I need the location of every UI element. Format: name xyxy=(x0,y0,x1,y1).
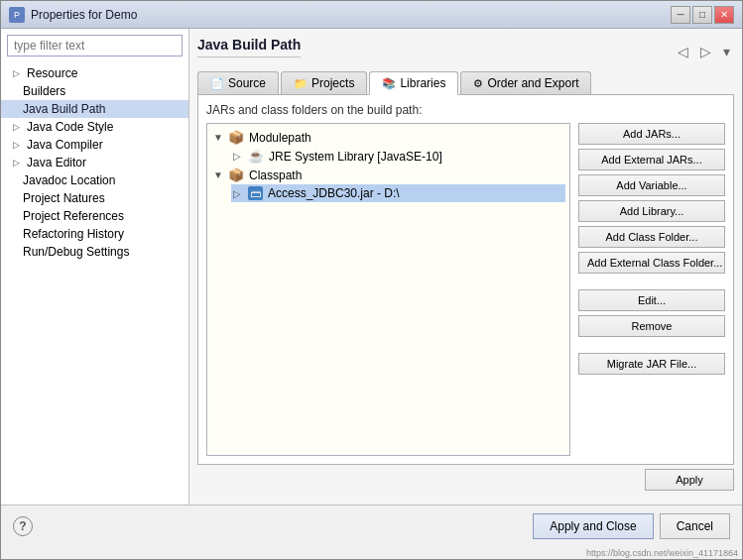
sidebar-item-label: Project References xyxy=(23,209,124,223)
window-icon: P xyxy=(9,7,25,23)
sidebar-item-run-debug-settings[interactable]: Run/Debug Settings xyxy=(1,243,188,261)
sidebar-item-label: Java Editor xyxy=(27,156,86,169)
tab-order-and-export[interactable]: ⚙ Order and Export xyxy=(460,71,591,94)
action-buttons-panel: Add JARs... Add External JARs... Add Var… xyxy=(578,123,725,456)
main-panel: Java Build Path ◁ ▷ ▾ 📄 Source 📁 Project… xyxy=(189,29,742,504)
add-jars-button[interactable]: Add JARs... xyxy=(578,123,725,145)
nav-back-button[interactable]: ◁ xyxy=(674,42,692,61)
sidebar-item-label: Java Code Style xyxy=(27,120,113,134)
expand-icon: ▷ xyxy=(13,158,23,168)
libraries-description: JARs and class folders on the build path… xyxy=(206,103,725,117)
tab-source-label: Source xyxy=(228,76,266,90)
nav-menu-button[interactable]: ▾ xyxy=(719,42,734,61)
sidebar-item-java-build-path[interactable]: Java Build Path xyxy=(1,100,188,118)
tab-libraries[interactable]: 📚 Libraries xyxy=(369,71,458,95)
classpath-tree[interactable]: ▼ 📦 Modulepath ▷ ☕ JRE System Library [J… xyxy=(206,123,570,456)
footer-buttons: Apply and Close Cancel xyxy=(533,513,730,539)
cancel-button[interactable]: Cancel xyxy=(660,513,730,539)
classpath-label: Classpath xyxy=(249,168,302,182)
libraries-tab-icon: 📚 xyxy=(382,77,396,90)
jre-icon: ☕ xyxy=(248,149,264,164)
close-button[interactable]: ✕ xyxy=(714,6,734,24)
modulepath-label: Modulepath xyxy=(249,131,311,145)
title-bar: P Properties for Demo ─ □ ✕ xyxy=(1,1,742,29)
sidebar-item-project-natures[interactable]: Project Natures xyxy=(1,189,188,207)
add-class-folder-button[interactable]: Add Class Folder... xyxy=(578,226,725,248)
sidebar-item-label: Project Natures xyxy=(23,191,105,205)
apply-row: Apply xyxy=(197,465,734,495)
sidebar-item-label: Java Compiler xyxy=(27,138,103,152)
main-header: Java Build Path ◁ ▷ ▾ xyxy=(197,37,734,65)
expand-icon: ▷ xyxy=(233,188,245,199)
sidebar-item-java-compiler[interactable]: ▷ Java Compiler xyxy=(1,136,188,154)
minimize-button[interactable]: ─ xyxy=(671,6,690,24)
sidebar-item-refactoring-history[interactable]: Refactoring History xyxy=(1,225,188,243)
expand-icon: ▼ xyxy=(213,169,225,180)
tabs-bar: 📄 Source 📁 Projects 📚 Libraries ⚙ Order … xyxy=(197,71,734,94)
tab-projects[interactable]: 📁 Projects xyxy=(281,71,367,94)
add-external-class-folder-button[interactable]: Add External Class Folder... xyxy=(578,252,725,274)
jre-library-item[interactable]: ▷ ☕ JRE System Library [JavaSE-10] xyxy=(231,147,565,166)
tab-inner: ▼ 📦 Modulepath ▷ ☕ JRE System Library [J… xyxy=(206,123,725,456)
dialog-footer: ? Apply and Close Cancel xyxy=(1,504,742,547)
sidebar-item-label: Resource xyxy=(27,66,77,80)
help-button[interactable]: ? xyxy=(13,516,33,536)
modulepath-icon: 📦 xyxy=(228,130,244,145)
modulepath-item[interactable]: ▼ 📦 Modulepath xyxy=(211,128,565,147)
apply-and-close-button[interactable]: Apply and Close xyxy=(533,513,653,539)
nav-forward-button[interactable]: ▷ xyxy=(696,42,715,61)
expand-icon: ▷ xyxy=(233,151,245,162)
sidebar-item-label: Run/Debug Settings xyxy=(23,245,129,259)
source-tab-icon: 📄 xyxy=(210,77,224,90)
order-tab-icon: ⚙ xyxy=(473,77,483,90)
footer-left: ? xyxy=(13,516,33,536)
sidebar-item-label: Javadoc Location xyxy=(23,173,115,187)
sidebar-tree: ▷ Resource Builders Java Build Path ▷ Ja… xyxy=(1,62,188,504)
jar-icon: 🗃 xyxy=(248,186,263,200)
sidebar-item-java-code-style[interactable]: ▷ Java Code Style xyxy=(1,118,188,136)
sidebar-item-label: Java Build Path xyxy=(23,102,105,116)
access-jdbc-label: Access_JDBC30.jar - D:\ xyxy=(268,186,400,200)
sidebar: ▷ Resource Builders Java Build Path ▷ Ja… xyxy=(1,29,189,504)
expand-icon: ▷ xyxy=(13,140,23,150)
expand-icon: ▼ xyxy=(213,132,225,143)
content-area: ▷ Resource Builders Java Build Path ▷ Ja… xyxy=(1,29,742,504)
apply-button[interactable]: Apply xyxy=(645,469,734,491)
tab-content-libraries: JARs and class folders on the build path… xyxy=(197,94,734,465)
add-variable-button[interactable]: Add Variable... xyxy=(578,174,725,196)
jre-library-label: JRE System Library [JavaSE-10] xyxy=(269,150,442,164)
watermark: https://blog.csdn.net/weixin_41171864 xyxy=(1,547,742,559)
tab-libraries-label: Libraries xyxy=(400,76,445,90)
title-buttons: ─ □ ✕ xyxy=(671,6,734,24)
properties-dialog: P Properties for Demo ─ □ ✕ ▷ Resource B… xyxy=(0,0,743,560)
filter-input[interactable] xyxy=(7,35,183,56)
expand-icon: ▷ xyxy=(13,122,23,132)
tab-order-label: Order and Export xyxy=(487,76,578,90)
classpath-icon: 📦 xyxy=(228,168,244,182)
nav-icons: ◁ ▷ ▾ xyxy=(674,42,734,61)
panel-title: Java Build Path xyxy=(197,37,301,57)
sidebar-item-label: Builders xyxy=(23,84,65,98)
add-external-jars-button[interactable]: Add External JARs... xyxy=(578,149,725,170)
expand-icon: ▷ xyxy=(13,68,23,78)
sidebar-item-resource[interactable]: ▷ Resource xyxy=(1,64,188,82)
window-title: Properties for Demo xyxy=(31,8,137,22)
maximize-button[interactable]: □ xyxy=(692,6,712,24)
title-bar-left: P Properties for Demo xyxy=(9,7,137,23)
projects-tab-icon: 📁 xyxy=(294,77,308,90)
sidebar-item-javadoc-location[interactable]: Javadoc Location xyxy=(1,171,188,189)
tab-source[interactable]: 📄 Source xyxy=(197,71,279,94)
remove-button[interactable]: Remove xyxy=(578,315,725,337)
sidebar-item-label: Refactoring History xyxy=(23,227,124,241)
access-jdbc-item[interactable]: ▷ 🗃 Access_JDBC30.jar - D:\ xyxy=(231,184,565,202)
edit-button[interactable]: Edit... xyxy=(578,289,725,311)
sidebar-item-builders[interactable]: Builders xyxy=(1,82,188,100)
migrate-jar-button[interactable]: Migrate JAR File... xyxy=(578,353,725,375)
sidebar-item-project-references[interactable]: Project References xyxy=(1,207,188,225)
tab-projects-label: Projects xyxy=(311,76,354,90)
sidebar-item-java-editor[interactable]: ▷ Java Editor xyxy=(1,154,188,171)
add-library-button[interactable]: Add Library... xyxy=(578,200,725,222)
classpath-item[interactable]: ▼ 📦 Classpath xyxy=(211,166,565,184)
